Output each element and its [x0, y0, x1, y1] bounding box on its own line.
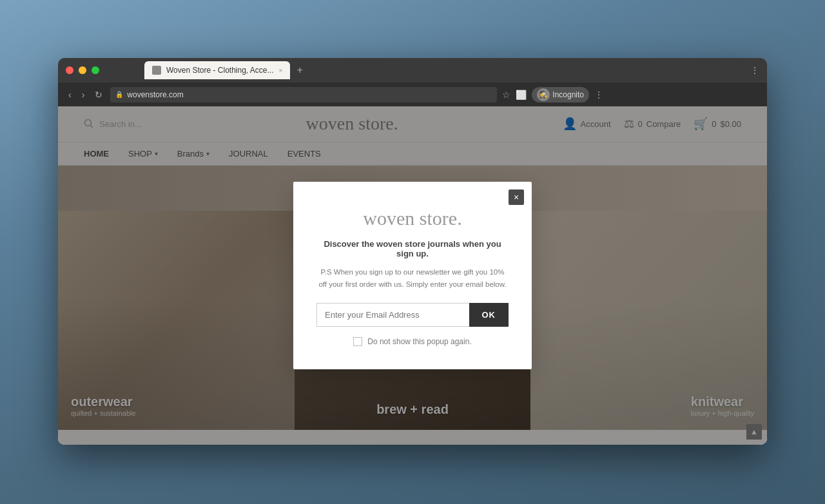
close-icon: × — [514, 192, 519, 202]
toolbar-right: ☆ ⬜ 🕵 Incognito ⋮ — [502, 87, 603, 102]
checkbox-label: Do not show this popup again. — [367, 337, 471, 346]
browser-menu-dots[interactable]: ⋮ — [750, 65, 759, 75]
website-content: Search in... woven store. 👤 Account ⚖ 0 … — [58, 106, 767, 445]
tab-close-button[interactable]: × — [279, 67, 283, 74]
browser-chrome: Woven Store - Clothing, Acce... × + ⋮ ‹ … — [58, 58, 767, 106]
extensions-icon[interactable]: ⬜ — [516, 90, 527, 100]
email-input[interactable] — [316, 303, 469, 327]
lock-icon: 🔒 — [115, 91, 123, 98]
minimize-traffic-light[interactable] — [79, 66, 86, 74]
tab-favicon — [152, 66, 161, 75]
modal-description: P.S When you sign up to our newsletter w… — [316, 266, 509, 290]
tab-title: Woven Store - Clothing, Acce... — [166, 66, 274, 75]
reload-button[interactable]: ↻ — [92, 87, 105, 102]
incognito-icon: 🕵 — [537, 88, 550, 101]
url-text: wovenstore.com — [127, 90, 183, 99]
newsletter-modal: × woven store. Discover the woven store … — [293, 182, 532, 369]
tab-bar: Woven Store - Clothing, Acce... × + — [137, 61, 315, 79]
no-popup-checkbox[interactable] — [353, 337, 362, 346]
modal-overlay: × woven store. Discover the woven store … — [58, 106, 767, 445]
browser-window: Woven Store - Clothing, Acce... × + ⋮ ‹ … — [58, 58, 767, 445]
forward-button[interactable]: › — [79, 87, 88, 102]
address-bar[interactable]: 🔒 wovenstore.com — [110, 87, 497, 102]
active-tab[interactable]: Woven Store - Clothing, Acce... × — [144, 61, 290, 79]
email-row: OK — [316, 303, 509, 327]
browser-more-button[interactable]: ⋮ — [594, 90, 603, 100]
modal-title: Discover the woven store journals when y… — [316, 239, 509, 258]
back-button[interactable]: ‹ — [66, 87, 74, 102]
new-tab-button[interactable]: + — [293, 64, 306, 76]
ok-button[interactable]: OK — [469, 303, 509, 327]
modal-logo: woven store. — [316, 208, 509, 229]
incognito-label: Incognito — [552, 90, 584, 99]
modal-close-button[interactable]: × — [509, 189, 524, 205]
incognito-area: 🕵 Incognito — [532, 87, 589, 102]
browser-toolbar: ‹ › ↻ 🔒 wovenstore.com ☆ ⬜ 🕵 Incognito ⋮ — [58, 82, 767, 106]
bookmark-icon[interactable]: ☆ — [502, 90, 510, 100]
checkbox-row: Do not show this popup again. — [316, 337, 509, 346]
maximize-traffic-light[interactable] — [92, 66, 99, 74]
browser-titlebar: Woven Store - Clothing, Acce... × + ⋮ — [58, 58, 767, 82]
close-traffic-light[interactable] — [66, 66, 73, 74]
